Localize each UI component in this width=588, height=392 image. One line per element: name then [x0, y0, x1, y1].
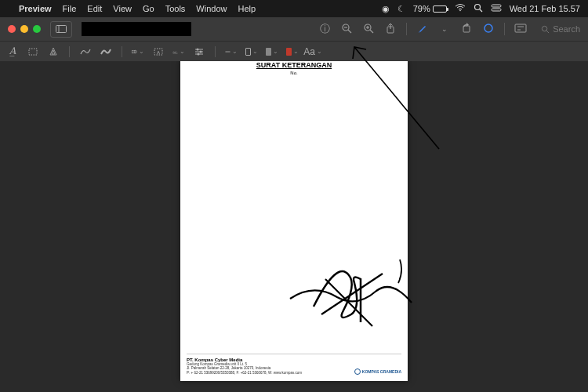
menu-tools[interactable]: Tools — [165, 4, 186, 13]
svg-point-17 — [485, 24, 492, 32]
markup-toolbar: A̲ ⌄ A ⌄ ⌄ ⌄ ⌄ ⌄ Aa⌄ — [0, 41, 588, 61]
battery-status[interactable]: 79% — [413, 4, 447, 13]
share-icon[interactable] — [384, 23, 397, 36]
draw-tool[interactable] — [100, 48, 112, 56]
form-icon[interactable] — [514, 24, 527, 35]
zoom-in-icon[interactable] — [362, 23, 375, 36]
document-heading: SURAT KETERANGAN — [180, 61, 408, 69]
svg-line-9 — [348, 30, 351, 33]
adjust-color-tool[interactable] — [193, 48, 205, 56]
text-selection-tool[interactable]: A̲ — [6, 45, 19, 57]
menu-bar: Preview File Edit View Go Tools Window H… — [0, 0, 588, 17]
sketch-tool[interactable] — [79, 48, 92, 56]
zoom-out-icon[interactable] — [340, 23, 353, 36]
signature-drawing[interactable] — [282, 236, 416, 338]
document-footer: PT. Kompas Cyber Media Gedung Kompas Gra… — [187, 354, 401, 375]
svg-point-25 — [134, 50, 137, 53]
border-color-tool[interactable]: ⌄ — [245, 48, 258, 56]
svg-line-13 — [370, 30, 373, 33]
svg-rect-4 — [492, 9, 501, 11]
minimize-button[interactable] — [20, 25, 28, 33]
menu-help[interactable]: Help — [238, 4, 256, 13]
markup-dropdown-icon[interactable]: ⌄ — [438, 25, 451, 33]
app-name[interactable]: Preview — [19, 4, 52, 13]
svg-point-0 — [459, 10, 461, 12]
address-line: P: + 62-21 53699200/5350388, F: +62-21 5… — [187, 371, 302, 375]
sidebar-toggle-button[interactable] — [50, 21, 72, 38]
do-not-disturb-icon[interactable]: ☾ — [397, 4, 405, 14]
search-field[interactable]: Search — [541, 24, 580, 34]
menu-file[interactable]: File — [63, 4, 77, 13]
text-style-tool[interactable]: Aa⌄ — [307, 46, 319, 57]
maximize-button[interactable] — [33, 25, 41, 33]
search-icon[interactable] — [474, 3, 483, 14]
stroke-color-tool[interactable]: ⌄ — [286, 48, 299, 56]
svg-rect-16 — [463, 26, 470, 32]
line-style-tool[interactable]: ⌄ — [225, 48, 238, 55]
document-title-redacted — [82, 22, 191, 36]
markup-toggle-icon[interactable] — [416, 23, 429, 36]
datetime[interactable]: Wed 21 Feb 15.57 — [510, 4, 580, 13]
shapes-tool[interactable]: ⌄ — [132, 47, 144, 56]
window-titlebar: ⓘ ⌄ Search — [0, 17, 588, 41]
battery-icon — [433, 5, 447, 13]
wifi-icon[interactable] — [455, 4, 466, 13]
close-button[interactable] — [8, 25, 16, 33]
svg-point-34 — [198, 53, 200, 55]
svg-line-2 — [480, 9, 482, 12]
document-page[interactable]: SURAT KETERANGAN No. PT. Kompas Cyber Me… — [180, 61, 408, 381]
menu-window[interactable]: Window — [196, 4, 227, 13]
control-center-icon[interactable] — [491, 4, 502, 13]
menu-go[interactable]: Go — [143, 4, 154, 13]
svg-rect-3 — [492, 5, 501, 7]
menu-edit[interactable]: Edit — [87, 4, 102, 13]
highlight-icon[interactable] — [482, 23, 495, 36]
info-icon[interactable]: ⓘ — [318, 22, 331, 36]
globe-icon — [354, 368, 361, 375]
svg-rect-5 — [56, 25, 67, 32]
text-tool[interactable]: A — [152, 48, 165, 56]
svg-rect-23 — [29, 49, 37, 55]
rotate-icon[interactable] — [460, 23, 473, 36]
svg-point-1 — [474, 5, 480, 10]
svg-line-22 — [546, 31, 549, 33]
status-icon[interactable]: ◉ — [382, 4, 390, 14]
svg-point-32 — [200, 50, 202, 53]
sign-tool[interactable]: ⌄ — [172, 48, 185, 56]
document-subheading: No. — [180, 71, 408, 75]
svg-rect-18 — [515, 24, 526, 32]
instant-alpha-tool[interactable] — [47, 47, 60, 56]
rectangle-selection-tool[interactable] — [27, 48, 39, 56]
document-canvas[interactable]: SURAT KETERANGAN No. PT. Kompas Cyber Me… — [0, 61, 588, 392]
company-logo: KOMPAS GRAMEDIA — [354, 368, 401, 375]
fill-color-tool[interactable]: ⌄ — [266, 48, 278, 56]
traffic-lights — [8, 25, 41, 33]
menu-view[interactable]: View — [113, 4, 132, 13]
svg-text:A: A — [157, 49, 160, 54]
svg-point-30 — [197, 48, 199, 50]
svg-point-21 — [543, 26, 547, 31]
